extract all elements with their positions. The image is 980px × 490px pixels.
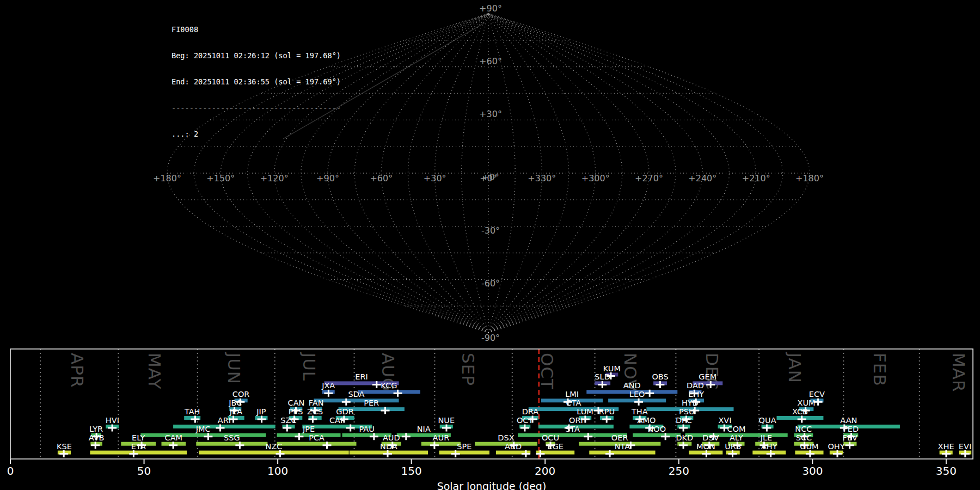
- shower-label-AUD: AUD: [383, 433, 400, 442]
- map-latitude-label: -90°: [481, 333, 500, 343]
- month-label: SEP: [458, 353, 478, 386]
- map-latitude-label: +90°: [479, 3, 502, 14]
- shower-label-EHY: EHY: [688, 390, 704, 399]
- shower-bar-SPE: [439, 451, 489, 455]
- shower-label-ARD: ARD: [505, 442, 522, 451]
- shower-label-PPS: PPS: [289, 407, 303, 416]
- shower-label-AHY: AHY: [761, 442, 777, 451]
- shower-label-SZC: SZC: [280, 416, 296, 425]
- shower-label-LEO: LEO: [629, 390, 645, 399]
- shower-label-TAH: TAH: [184, 407, 200, 416]
- shower-label-COM: COM: [727, 425, 746, 433]
- shower-label-JXA: JXA: [321, 381, 335, 390]
- shower-label-ERI: ERI: [355, 372, 368, 381]
- axis-tick-label: 100: [267, 464, 288, 477]
- map-longitude-label: +180°: [795, 173, 824, 183]
- shower-bar-NOO: [633, 433, 681, 437]
- shower-label-COR: COR: [232, 390, 250, 399]
- shower-label-MON: MON: [696, 442, 715, 451]
- shower-label-EVI: EVI: [959, 442, 971, 451]
- shower-label-OHY: OHY: [828, 442, 844, 451]
- header-separator: --------------------------------------: [171, 103, 341, 112]
- activity-timeline: APRMAYJUNJULAUGSEPOCTNOVDECJANFEBMARKUME…: [7, 349, 973, 490]
- month-label: JUN: [224, 352, 244, 384]
- map-longitude-label: +180°: [153, 173, 181, 183]
- detection-count: ...: 2: [171, 130, 341, 138]
- shower-label-SCC: SCC: [796, 433, 812, 442]
- shower-bar-ETA: [90, 451, 187, 455]
- end-time: End: 20251011 02:36:55 (sol = 197.69°): [171, 77, 341, 86]
- axis-tick-label: 350: [936, 464, 957, 477]
- shower-label-XCB: XCB: [792, 407, 808, 416]
- app-window: +180°+150°+120°+90°+60°+30°+0°+330°+300°…: [0, 0, 980, 490]
- shower-label-ALY: ALY: [730, 433, 743, 442]
- x-axis-title: Solar longitude (deg): [437, 480, 547, 490]
- map-latitude-label: +60°: [479, 56, 502, 66]
- shower-label-CAM: CAM: [165, 433, 183, 442]
- shower-label-LYR: LYR: [89, 425, 103, 433]
- shower-label-THA: THA: [631, 407, 648, 416]
- shower-label-PSU: PSU: [679, 407, 695, 416]
- shower-label-DSX: DSX: [498, 433, 514, 442]
- month-label: JAN: [785, 352, 805, 383]
- shower-label-ELY: ELY: [132, 433, 145, 442]
- map-longitude-label: +90°: [316, 173, 339, 183]
- shower-label-DPC: DPC: [676, 416, 692, 425]
- shower-label-OER: OER: [611, 433, 628, 442]
- shower-label-JPE: JPE: [302, 425, 315, 433]
- shower-label-JLE: JLE: [760, 433, 773, 442]
- shower-label-FED: FED: [843, 425, 859, 433]
- shower-label-STA: STA: [565, 425, 580, 433]
- shower-bar-NZC: [199, 451, 349, 455]
- shower-label-XVI: XVI: [718, 416, 731, 425]
- shower-label-GDR: GDR: [336, 407, 353, 416]
- month-label: MAR: [949, 353, 969, 393]
- shower-label-EGE: EGE: [547, 442, 564, 451]
- map-latitude-label: +30°: [479, 109, 502, 119]
- shower-label-NUE: NUE: [438, 416, 455, 425]
- shower-label-ECV: ECV: [809, 390, 825, 399]
- axis-tick-label: 250: [669, 464, 689, 477]
- shower-label-KUM: KUM: [603, 364, 621, 373]
- axis-tick-label: 200: [535, 464, 555, 477]
- map-longitude-label: +300°: [581, 173, 610, 183]
- shower-label-PAU: PAU: [359, 425, 375, 433]
- shower-label-NDA: NDA: [380, 442, 397, 451]
- shower-label-NTA: NTA: [615, 442, 630, 451]
- shower-label-FAN: FAN: [309, 399, 324, 407]
- shower-label-SDA: SDA: [348, 390, 364, 399]
- shower-label-JIP: JIP: [256, 407, 266, 416]
- map-latitude-label: -30°: [481, 225, 500, 236]
- map-longitude-label: +30°: [424, 173, 446, 183]
- shower-label-JMC: JMC: [195, 425, 211, 433]
- shower-label-KSE: KSE: [57, 442, 72, 451]
- shower-label-AAN: AAN: [840, 416, 857, 425]
- shower-label-DKD: DKD: [676, 433, 693, 442]
- axis-tick-label: 300: [802, 464, 823, 477]
- observation-header: FI0008 Beg: 20251011 02:26:12 (sol = 197…: [171, 8, 341, 156]
- shower-label-XUM: XUM: [797, 399, 815, 407]
- map-longitude-label: +330°: [528, 173, 556, 183]
- shower-bar-STA: [518, 433, 627, 437]
- shower-label-NOO: NOO: [647, 425, 666, 433]
- shower-label-OCT: OCT: [517, 416, 534, 425]
- axis-tick-label: 150: [401, 464, 422, 477]
- shower-label-AVB: AVB: [89, 433, 105, 442]
- shower-label-LMI: LMI: [565, 390, 579, 399]
- shower-label-OCU: OCU: [542, 433, 559, 442]
- map-longitude-label: +150°: [206, 173, 235, 183]
- shower-label-DAD: DAD: [687, 381, 704, 390]
- map-longitude-label: +60°: [370, 173, 393, 183]
- shower-label-HYD: HYD: [682, 399, 699, 407]
- axis-tick-label: 0: [7, 464, 14, 477]
- map-latitude-label: +0°: [482, 172, 499, 182]
- shower-label-DSV: DSV: [702, 433, 719, 442]
- shower-label-CAP: CAP: [329, 416, 345, 425]
- shower-label-SPE: SPE: [457, 442, 471, 451]
- shower-label-AUR: AUR: [433, 433, 450, 442]
- shower-label-NCC: NCC: [795, 425, 812, 433]
- shower-label-HVI: HVI: [106, 416, 119, 425]
- shower-label-GUM: GUM: [800, 442, 818, 451]
- shower-label-QUA: QUA: [759, 416, 776, 425]
- shower-bar-NTA: [589, 451, 655, 455]
